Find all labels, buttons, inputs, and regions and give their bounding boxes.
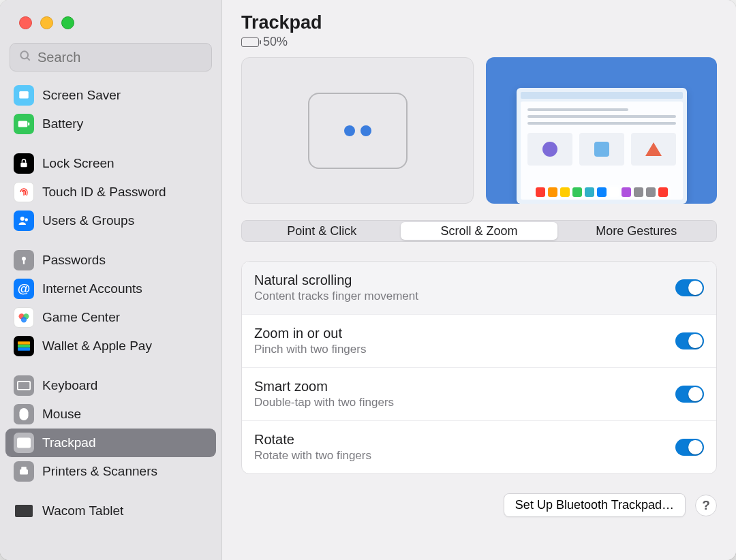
lock-screen-icon [14,153,34,174]
sidebar-item-label: Lock Screen [42,156,114,171]
touch-id-icon [14,182,34,202]
sidebar-item-label: Mouse [42,407,81,422]
battery-level-icon [241,37,259,47]
toggle-zoom[interactable] [675,332,704,349]
sidebar-item-trackpad[interactable]: Trackpad [5,429,216,457]
main-content: Trackpad 50% [222,0,736,560]
sidebar-item-printers[interactable]: Printers & Scanners [5,457,216,486]
setting-natural-scrolling: Natural scrolling Content tracks finger … [242,262,716,314]
tab-point-click[interactable]: Point & Click [243,222,401,240]
setting-description: Content tracks finger movement [254,290,664,303]
svg-rect-9 [23,260,25,264]
users-groups-icon [14,211,34,231]
sidebar-item-users-groups[interactable]: Users & Groups [5,206,216,235]
svg-line-1 [27,57,30,60]
sidebar-item-mouse[interactable]: Mouse [5,400,216,429]
svg-rect-3 [18,121,28,127]
svg-point-12 [21,317,27,322]
svg-rect-22 [15,505,33,517]
toggle-smart-zoom[interactable] [675,386,704,403]
setting-description: Double-tap with two fingers [254,396,664,409]
battery-status: 50% [241,35,717,49]
sidebar-item-label: Printers & Scanners [42,464,157,479]
svg-point-0 [20,51,28,59]
setting-smart-zoom: Smart zoom Double-tap with two fingers [242,367,716,420]
svg-rect-14 [18,345,30,348]
svg-rect-4 [28,123,29,126]
settings-window: Screen Saver Battery Lock Screen Touch [0,0,736,560]
wallet-icon [14,336,34,356]
sidebar-item-wacom[interactable]: Wacom Tablet [5,497,216,525]
passwords-icon [14,250,34,270]
settings-list: Natural scrolling Content tracks finger … [241,261,717,474]
sidebar-item-label: Passwords [42,253,106,268]
printers-icon [14,461,34,482]
setting-description: Rotate with two fingers [254,449,664,463]
svg-rect-15 [18,347,30,351]
sidebar-item-wallet[interactable]: Wallet & Apple Pay [5,332,216,360]
sidebar-item-keyboard[interactable]: Keyboard [5,371,216,400]
dock-illustration [533,185,671,200]
sidebar-item-lock-screen[interactable]: Lock Screen [5,149,216,178]
svg-rect-19 [17,438,31,448]
svg-point-7 [25,218,29,221]
help-button[interactable]: ? [695,495,717,516]
trackpad-icon [14,433,34,453]
mouse-icon [14,404,34,424]
minimize-window-button[interactable] [40,16,53,29]
setup-bluetooth-trackpad-button[interactable]: Set Up Bluetooth Trackpad… [504,493,686,517]
sidebar-item-label: Game Center [42,310,120,325]
wacom-icon [14,501,34,521]
svg-rect-13 [18,341,30,345]
close-window-button[interactable] [19,16,32,29]
sidebar: Screen Saver Battery Lock Screen Touch [0,0,222,560]
sidebar-item-label: Screen Saver [42,88,121,103]
game-center-icon [14,307,34,328]
sidebar-item-battery[interactable]: Battery [5,110,216,138]
battery-level-text: 50% [263,35,288,49]
window-controls [0,16,221,43]
tab-more-gestures[interactable]: More Gestures [557,222,715,240]
internet-accounts-icon: @ [14,279,34,299]
sidebar-item-touch-id[interactable]: Touch ID & Password [5,178,216,206]
toggle-natural-scrolling[interactable] [675,279,704,296]
svg-rect-20 [20,469,28,475]
svg-point-8 [22,257,26,261]
svg-rect-5 [20,163,27,168]
screen-saver-icon [14,85,34,106]
gesture-preview-trackpad [241,57,474,204]
setting-zoom: Zoom in or out Pinch with two fingers [242,314,716,367]
setting-description: Pinch with two fingers [254,343,664,356]
sidebar-item-internet-accounts[interactable]: @ Internet Accounts [5,275,216,303]
svg-rect-21 [21,467,27,470]
sidebar-item-label: Wallet & Apple Pay [42,339,152,354]
setting-title: Zoom in or out [254,326,664,341]
tab-segmented-control: Point & Click Scroll & Zoom More Gesture… [241,220,717,242]
setting-rotate: Rotate Rotate with two fingers [242,420,716,473]
tab-scroll-zoom[interactable]: Scroll & Zoom [401,222,558,240]
gesture-preview-screen [486,57,717,204]
setting-title: Smart zoom [254,379,664,394]
sidebar-item-screen-saver[interactable]: Screen Saver [5,81,216,110]
svg-rect-2 [19,91,29,99]
sidebar-item-label: Users & Groups [42,213,134,228]
trackpad-illustration [308,93,408,169]
svg-rect-17 [18,382,30,389]
sidebar-item-passwords[interactable]: Passwords [5,246,216,275]
sidebar-item-game-center[interactable]: Game Center [5,303,216,332]
sidebar-item-label: Wacom Tablet [42,503,123,518]
search-field[interactable] [10,43,212,72]
svg-point-6 [20,217,25,221]
battery-icon [14,114,34,134]
keyboard-icon [14,375,34,396]
sidebar-item-label: Touch ID & Password [42,185,166,200]
search-icon [18,49,32,66]
sidebar-item-label: Keyboard [42,378,97,393]
sidebar-item-label: Trackpad [42,435,96,450]
zoom-window-button[interactable] [61,16,74,29]
page-title: Trackpad [241,12,717,33]
toggle-rotate[interactable] [675,439,704,456]
search-input[interactable] [37,50,210,65]
sidebar-item-label: Internet Accounts [42,281,142,296]
svg-rect-18 [19,408,28,420]
